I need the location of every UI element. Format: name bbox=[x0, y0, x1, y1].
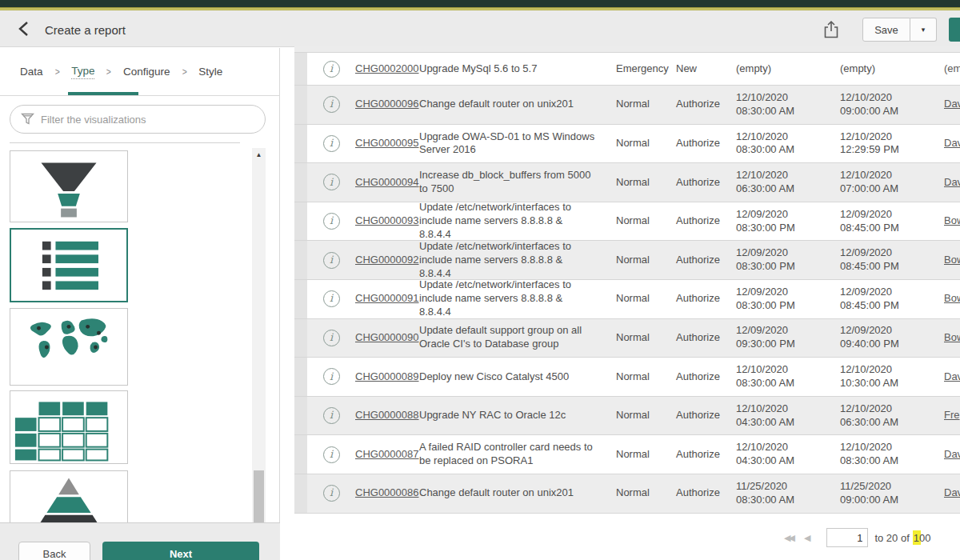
info-icon[interactable]: i bbox=[323, 174, 340, 190]
table-row: i CHG0000091 Update /etc/network/interfa… bbox=[294, 280, 960, 319]
table-row: i CHG0000088 Upgrade NY RAC to Oracle 12… bbox=[294, 397, 960, 436]
share-icon[interactable] bbox=[822, 20, 840, 39]
table-body: i CHG0002000 Upgrade MySql 5.6 to 5.7 Em… bbox=[294, 53, 960, 514]
assigned-to-link[interactable]: Dav bbox=[944, 486, 960, 500]
info-icon[interactable]: i bbox=[323, 96, 340, 113]
info-icon[interactable]: i bbox=[323, 213, 340, 230]
assigned-to-link[interactable]: Bow bbox=[944, 331, 960, 345]
viz-thumbnail-list[interactable] bbox=[10, 228, 128, 302]
step-style[interactable]: Style bbox=[198, 66, 222, 78]
previous-page-icon[interactable]: ◀ bbox=[804, 533, 810, 543]
table-row: i CHG0000096 Change default router on un… bbox=[294, 86, 960, 125]
header-bar: Create a report Save ▾ bbox=[0, 10, 960, 47]
assigned-to-link[interactable]: Dav bbox=[944, 176, 960, 190]
change-number-link[interactable]: CHG0002000 bbox=[355, 62, 419, 76]
state-value: Authorize bbox=[668, 435, 728, 474]
active-step-indicator bbox=[68, 92, 138, 95]
change-number-link[interactable]: CHG0000092 bbox=[355, 254, 419, 267]
info-icon[interactable]: i bbox=[323, 252, 340, 269]
planned-start-date: 12/10/2020 06:30:00 AM bbox=[728, 163, 832, 202]
assigned-to-link[interactable]: Dav bbox=[944, 370, 960, 384]
change-number-link[interactable]: CHG0000089 bbox=[355, 370, 419, 384]
short-description: Update /etc/network/interfaces to includ… bbox=[419, 202, 608, 241]
assigned-to-empty: (empty) bbox=[944, 62, 960, 76]
run-button-partial[interactable] bbox=[949, 18, 960, 42]
scroll-up-icon[interactable]: ▲ bbox=[252, 148, 266, 161]
change-number-link[interactable]: CHG0000096 bbox=[355, 98, 419, 111]
step-data[interactable]: Data bbox=[20, 66, 43, 78]
priority-value: Emergency bbox=[608, 53, 668, 85]
planned-end-date: 12/10/2020 10:30:00 AM bbox=[832, 358, 936, 396]
back-chevron-icon[interactable] bbox=[16, 20, 34, 38]
info-icon[interactable]: i bbox=[323, 407, 340, 424]
state-value: Authorize bbox=[668, 397, 728, 435]
row-info-cell: i bbox=[307, 241, 355, 279]
change-request-table: i CHG0002000 Upgrade MySql 5.6 to 5.7 Em… bbox=[294, 46, 960, 514]
viz-scrollbar[interactable]: ▲ ▼ bbox=[252, 148, 266, 560]
row-info-cell: i bbox=[307, 474, 355, 513]
info-icon[interactable]: i bbox=[323, 446, 340, 463]
viz-thumbnail-map[interactable] bbox=[10, 308, 128, 386]
page-input[interactable] bbox=[826, 528, 868, 547]
world-map-icon bbox=[10, 309, 127, 385]
change-number-link[interactable]: CHG0000087 bbox=[355, 448, 419, 462]
planned-start-date: 12/09/2020 08:30:00 PM bbox=[728, 202, 832, 241]
viz-thumbnail-heatmap[interactable] bbox=[10, 390, 128, 464]
change-number-link[interactable]: CHG0000093 bbox=[355, 214, 419, 228]
save-button[interactable]: Save bbox=[862, 18, 910, 42]
row-info-cell: i bbox=[307, 202, 355, 241]
row-info-cell: i bbox=[307, 125, 355, 163]
assigned-to-link[interactable]: Dav bbox=[944, 448, 960, 462]
priority-value: Normal bbox=[608, 435, 668, 474]
planned-start-date: 12/09/2020 08:30:00 PM bbox=[728, 241, 832, 279]
step-configure[interactable]: Configure bbox=[123, 66, 170, 78]
state-value: Authorize bbox=[668, 241, 728, 279]
assigned-to-link[interactable]: Fre bbox=[944, 409, 960, 422]
heatmap-table-icon bbox=[10, 391, 127, 463]
row-left-gutter bbox=[294, 319, 307, 358]
priority-value: Normal bbox=[608, 358, 668, 396]
assigned-to-link[interactable]: Dav bbox=[944, 98, 960, 111]
filter-funnel-icon bbox=[21, 112, 34, 126]
assigned-to-link[interactable]: Bow bbox=[944, 254, 960, 267]
row-left-gutter bbox=[294, 280, 307, 318]
first-page-icon[interactable]: ◀◀ bbox=[784, 533, 793, 543]
change-number-link[interactable]: CHG0000088 bbox=[355, 409, 419, 422]
info-icon[interactable]: i bbox=[323, 485, 340, 502]
change-number-link[interactable]: CHG0000090 bbox=[355, 331, 419, 345]
planned-start-date: 11/25/2020 08:30:00 AM bbox=[728, 474, 832, 513]
info-icon[interactable]: i bbox=[323, 330, 340, 346]
info-icon[interactable]: i bbox=[323, 61, 340, 78]
save-dropdown-button[interactable]: ▾ bbox=[910, 18, 937, 42]
viz-thumbnail-funnel[interactable] bbox=[10, 150, 128, 222]
assigned-to-link[interactable]: Bow bbox=[944, 214, 960, 228]
next-button[interactable]: Next bbox=[102, 542, 259, 560]
back-button[interactable]: Back bbox=[18, 542, 90, 560]
assigned-to-link[interactable]: Bow bbox=[944, 292, 960, 306]
step-type[interactable]: Type bbox=[71, 65, 94, 79]
priority-value: Normal bbox=[608, 241, 668, 279]
row-left-gutter bbox=[294, 358, 307, 396]
funnel-chart-icon bbox=[10, 151, 127, 222]
row-left-gutter bbox=[294, 86, 307, 124]
row-left-gutter bbox=[294, 163, 307, 202]
table-row: i CHG0000090 Update default support grou… bbox=[294, 319, 960, 358]
info-icon[interactable]: i bbox=[323, 368, 340, 385]
info-icon[interactable]: i bbox=[323, 135, 340, 152]
change-number-link[interactable]: CHG0000095 bbox=[355, 137, 419, 150]
assigned-to-link[interactable]: Dav bbox=[944, 137, 960, 150]
planned-start-date: 12/10/2020 08:30:00 AM bbox=[728, 125, 832, 163]
planned-end-date: 11/25/2020 09:00:00 AM bbox=[832, 474, 936, 513]
planned-end-date: 12/10/2020 12:29:59 PM bbox=[832, 125, 936, 163]
save-split-button: Save ▾ bbox=[862, 18, 937, 42]
change-number-link[interactable]: CHG0000086 bbox=[355, 486, 419, 500]
scrollbar-thumb[interactable] bbox=[254, 470, 264, 522]
change-number-link[interactable]: CHG0000091 bbox=[355, 292, 419, 306]
table-row: i CHG0000092 Update /etc/network/interfa… bbox=[294, 241, 960, 280]
short-description: Increase db_block_buffers from 5000 to 7… bbox=[419, 163, 608, 202]
priority-value: Normal bbox=[608, 202, 668, 241]
planned-end-date: (empty) bbox=[832, 53, 936, 85]
filter-visualizations-input[interactable] bbox=[10, 105, 266, 134]
info-icon[interactable]: i bbox=[323, 290, 340, 307]
change-number-link[interactable]: CHG0000094 bbox=[355, 176, 419, 190]
